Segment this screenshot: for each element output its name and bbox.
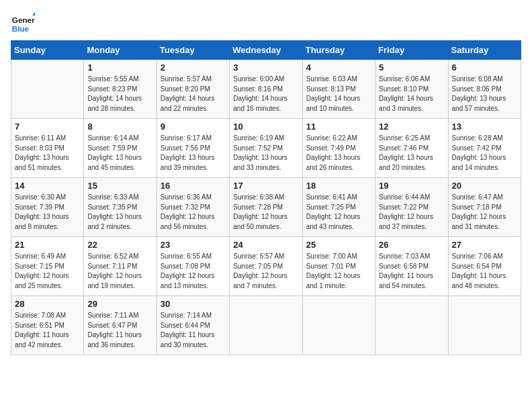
day-number: 14 bbox=[15, 181, 80, 191]
calendar-table: SundayMondayTuesdayWednesdayThursdayFrid… bbox=[11, 40, 521, 355]
day-info: Sunrise: 6:47 AMSunset: 7:18 PMDaylight:… bbox=[452, 193, 517, 232]
day-info: Sunrise: 6:11 AMSunset: 8:03 PMDaylight:… bbox=[15, 134, 80, 173]
calendar-cell: 29Sunrise: 7:11 AMSunset: 6:47 PMDayligh… bbox=[84, 296, 157, 355]
day-info: Sunrise: 6:33 AMSunset: 7:35 PMDaylight:… bbox=[87, 193, 152, 232]
calendar-cell: 8Sunrise: 6:14 AMSunset: 7:59 PMDaylight… bbox=[84, 119, 157, 178]
day-info: Sunrise: 6:25 AMSunset: 7:46 PMDaylight:… bbox=[379, 134, 444, 173]
calendar-cell: 28Sunrise: 7:08 AMSunset: 6:51 PMDayligh… bbox=[11, 296, 84, 355]
day-number: 18 bbox=[306, 181, 371, 191]
day-info: Sunrise: 6:03 AMSunset: 8:13 PMDaylight:… bbox=[306, 75, 371, 113]
weekday-header: Saturday bbox=[448, 41, 521, 60]
day-number: 20 bbox=[452, 181, 517, 191]
weekday-header: Monday bbox=[84, 41, 157, 60]
weekday-header-row: SundayMondayTuesdayWednesdayThursdayFrid… bbox=[11, 41, 521, 60]
calendar-cell: 25Sunrise: 7:00 AMSunset: 7:01 PMDayligh… bbox=[302, 237, 375, 296]
weekday-header: Friday bbox=[375, 41, 448, 60]
day-info: Sunrise: 6:14 AMSunset: 7:59 PMDaylight:… bbox=[87, 134, 152, 173]
logo-icon: General Blue bbox=[11, 11, 35, 35]
day-number: 13 bbox=[452, 122, 517, 132]
day-info: Sunrise: 6:49 AMSunset: 7:15 PMDaylight:… bbox=[15, 252, 80, 291]
calendar-cell: 24Sunrise: 6:57 AMSunset: 7:05 PMDayligh… bbox=[230, 237, 302, 296]
calendar-cell: 6Sunrise: 6:08 AMSunset: 8:06 PMDaylight… bbox=[448, 60, 521, 119]
day-info: Sunrise: 7:14 AMSunset: 6:44 PMDaylight:… bbox=[161, 311, 226, 350]
day-number: 27 bbox=[452, 240, 517, 250]
calendar-cell: 16Sunrise: 6:36 AMSunset: 7:32 PMDayligh… bbox=[157, 178, 229, 237]
calendar-cell: 7Sunrise: 6:11 AMSunset: 8:03 PMDaylight… bbox=[11, 119, 84, 178]
day-info: Sunrise: 7:11 AMSunset: 6:47 PMDaylight:… bbox=[87, 311, 152, 350]
day-number: 28 bbox=[15, 299, 80, 309]
calendar-cell: 15Sunrise: 6:33 AMSunset: 7:35 PMDayligh… bbox=[84, 178, 157, 237]
day-info: Sunrise: 6:55 AMSunset: 7:08 PMDaylight:… bbox=[161, 252, 226, 291]
day-number: 4 bbox=[306, 62, 371, 73]
day-info: Sunrise: 6:57 AMSunset: 7:05 PMDaylight:… bbox=[233, 252, 298, 291]
calendar-cell: 3Sunrise: 6:00 AMSunset: 8:16 PMDaylight… bbox=[230, 60, 302, 119]
calendar-cell: 1Sunrise: 5:55 AMSunset: 8:23 PMDaylight… bbox=[84, 60, 157, 119]
weekday-header: Thursday bbox=[302, 41, 375, 60]
svg-marker-2 bbox=[32, 12, 35, 15]
calendar-week-row: 7Sunrise: 6:11 AMSunset: 8:03 PMDaylight… bbox=[11, 119, 521, 178]
calendar-cell: 27Sunrise: 7:06 AMSunset: 6:54 PMDayligh… bbox=[448, 237, 521, 296]
calendar-cell: 14Sunrise: 6:30 AMSunset: 7:39 PMDayligh… bbox=[11, 178, 84, 237]
day-info: Sunrise: 6:17 AMSunset: 7:56 PMDaylight:… bbox=[161, 134, 226, 173]
day-info: Sunrise: 5:55 AMSunset: 8:23 PMDaylight:… bbox=[87, 75, 152, 113]
calendar-week-row: 28Sunrise: 7:08 AMSunset: 6:51 PMDayligh… bbox=[11, 296, 521, 355]
day-info: Sunrise: 6:06 AMSunset: 8:10 PMDaylight:… bbox=[379, 75, 444, 113]
day-number: 12 bbox=[379, 122, 444, 132]
day-number: 21 bbox=[15, 240, 80, 250]
day-number: 7 bbox=[15, 122, 80, 132]
day-number: 11 bbox=[306, 122, 371, 132]
calendar-week-row: 14Sunrise: 6:30 AMSunset: 7:39 PMDayligh… bbox=[11, 178, 521, 237]
day-info: Sunrise: 7:08 AMSunset: 6:51 PMDaylight:… bbox=[15, 311, 80, 350]
day-info: Sunrise: 7:03 AMSunset: 6:58 PMDaylight:… bbox=[379, 252, 444, 291]
day-info: Sunrise: 6:38 AMSunset: 7:28 PMDaylight:… bbox=[233, 193, 298, 232]
day-number: 25 bbox=[306, 240, 371, 250]
day-info: Sunrise: 7:06 AMSunset: 6:54 PMDaylight:… bbox=[452, 252, 517, 291]
day-info: Sunrise: 6:44 AMSunset: 7:22 PMDaylight:… bbox=[379, 193, 444, 232]
calendar-cell: 12Sunrise: 6:25 AMSunset: 7:46 PMDayligh… bbox=[375, 119, 448, 178]
day-number: 19 bbox=[379, 181, 444, 191]
calendar-cell: 22Sunrise: 6:52 AMSunset: 7:11 PMDayligh… bbox=[84, 237, 157, 296]
calendar-cell: 5Sunrise: 6:06 AMSunset: 8:10 PMDaylight… bbox=[375, 60, 448, 119]
day-number: 26 bbox=[379, 240, 444, 250]
weekday-header: Wednesday bbox=[230, 41, 302, 60]
day-info: Sunrise: 5:57 AMSunset: 8:20 PMDaylight:… bbox=[161, 75, 226, 113]
calendar-cell: 26Sunrise: 7:03 AMSunset: 6:58 PMDayligh… bbox=[375, 237, 448, 296]
calendar-cell bbox=[230, 296, 302, 355]
calendar-cell bbox=[11, 60, 84, 119]
day-info: Sunrise: 6:22 AMSunset: 7:49 PMDaylight:… bbox=[306, 134, 371, 173]
calendar-week-row: 1Sunrise: 5:55 AMSunset: 8:23 PMDaylight… bbox=[11, 60, 521, 119]
day-info: Sunrise: 6:08 AMSunset: 8:06 PMDaylight:… bbox=[452, 75, 517, 113]
calendar-cell: 18Sunrise: 6:41 AMSunset: 7:25 PMDayligh… bbox=[302, 178, 375, 237]
calendar-cell: 23Sunrise: 6:55 AMSunset: 7:08 PMDayligh… bbox=[157, 237, 229, 296]
page-header: General Blue bbox=[11, 11, 521, 35]
day-number: 29 bbox=[87, 299, 152, 309]
day-number: 16 bbox=[161, 181, 226, 191]
calendar-cell bbox=[448, 296, 521, 355]
day-number: 5 bbox=[379, 62, 444, 73]
calendar-cell: 10Sunrise: 6:19 AMSunset: 7:52 PMDayligh… bbox=[230, 119, 302, 178]
day-number: 15 bbox=[87, 181, 152, 191]
calendar-cell: 17Sunrise: 6:38 AMSunset: 7:28 PMDayligh… bbox=[230, 178, 302, 237]
day-number: 24 bbox=[233, 240, 298, 250]
day-info: Sunrise: 7:00 AMSunset: 7:01 PMDaylight:… bbox=[306, 252, 371, 291]
day-info: Sunrise: 6:30 AMSunset: 7:39 PMDaylight:… bbox=[15, 193, 80, 232]
calendar-cell: 30Sunrise: 7:14 AMSunset: 6:44 PMDayligh… bbox=[157, 296, 229, 355]
calendar-cell bbox=[302, 296, 375, 355]
day-number: 30 bbox=[161, 299, 226, 309]
day-number: 6 bbox=[452, 62, 517, 73]
day-number: 22 bbox=[87, 240, 152, 250]
calendar-cell: 2Sunrise: 5:57 AMSunset: 8:20 PMDaylight… bbox=[157, 60, 229, 119]
day-number: 17 bbox=[233, 181, 298, 191]
logo: General Blue bbox=[11, 11, 38, 35]
calendar-cell: 9Sunrise: 6:17 AMSunset: 7:56 PMDaylight… bbox=[157, 119, 229, 178]
calendar-cell: 19Sunrise: 6:44 AMSunset: 7:22 PMDayligh… bbox=[375, 178, 448, 237]
svg-text:Blue: Blue bbox=[12, 24, 30, 33]
svg-text:General: General bbox=[12, 15, 35, 24]
day-number: 23 bbox=[161, 240, 226, 250]
weekday-header: Sunday bbox=[11, 41, 84, 60]
day-info: Sunrise: 6:19 AMSunset: 7:52 PMDaylight:… bbox=[233, 134, 298, 173]
calendar-cell: 11Sunrise: 6:22 AMSunset: 7:49 PMDayligh… bbox=[302, 119, 375, 178]
calendar-cell: 4Sunrise: 6:03 AMSunset: 8:13 PMDaylight… bbox=[302, 60, 375, 119]
day-number: 3 bbox=[233, 62, 298, 73]
day-number: 9 bbox=[161, 122, 226, 132]
